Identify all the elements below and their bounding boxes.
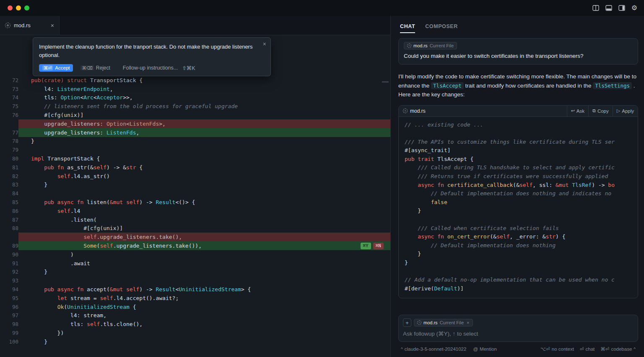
line-number: 78 — [0, 138, 18, 144]
code-line: 95 let stream = self.l4.accept().await?; — [0, 294, 390, 303]
tab-mod-rs[interactable]: mod.rs × — [0, 16, 60, 35]
pill-suffix: Current File — [430, 43, 454, 48]
assistant-response-text: I'll help modify the code to make certif… — [398, 72, 638, 99]
reject-button[interactable]: ⌘⌫ Reject — [80, 65, 110, 71]
line-number: 100 — [0, 339, 18, 345]
ask-button[interactable]: ↩ Ask — [567, 106, 588, 116]
line-number: 93 — [0, 277, 18, 284]
pill-filename: mod.rs — [423, 320, 438, 325]
followup-instructions-button[interactable]: Follow-up instructions... ⇧⌘K — [123, 65, 195, 71]
chat-input-box[interactable]: + mod.rs Current File × — [398, 315, 638, 342]
chat-submit-shortcut[interactable]: ⏎ chat — [580, 346, 595, 352]
code-block-line: } — [405, 250, 638, 259]
context-file-pill[interactable]: mod.rs Current File — [404, 42, 457, 49]
pill-suffix: Current File — [440, 320, 464, 325]
line-number: 77 — [0, 129, 18, 136]
code-line: 92 } — [0, 268, 390, 277]
accept-button[interactable]: ⌘⏎ Accept — [39, 64, 73, 72]
code-block-line: async fn certificate_callback(&self, ssl… — [405, 181, 638, 190]
line-number: 79 — [0, 147, 18, 153]
line-number: 94 — [0, 286, 18, 292]
add-context-button[interactable]: + — [403, 318, 411, 327]
code-lines: 72pub(crate) struct TransportStack {73 l… — [0, 76, 390, 346]
line-number: 99 — [0, 330, 18, 336]
code-line: 100 } — [0, 337, 390, 346]
scrollbar-mark[interactable] — [382, 81, 389, 83]
chat-panel: CHAT COMPOSER mod.rs Current File Could … — [391, 16, 644, 357]
code-line: 80impl TransportStack { — [0, 154, 390, 163]
line-number: 90 — [0, 251, 18, 258]
model-name: claude-3-5-sonnet-20241022 — [405, 347, 467, 352]
line-number: 91 — [0, 260, 18, 266]
line-number: 75 — [0, 103, 18, 109]
code-line: 86 self.l4 — [0, 207, 390, 215]
copy-button[interactable]: ⧉ Copy — [588, 106, 613, 116]
followup-kbd: ⇧⌘K — [182, 65, 195, 71]
code-line: 83 } — [0, 181, 390, 189]
accept-label: Accept — [55, 65, 70, 70]
reject-diff-badge[interactable]: ⌘N — [373, 243, 384, 249]
code-line: 73 l4: ListenerEndpoint, — [0, 85, 390, 93]
code-block-line: pub trait TlsAccept { — [405, 155, 638, 164]
rust-file-icon — [417, 321, 421, 325]
pill-close-icon[interactable]: × — [467, 320, 469, 325]
reject-kbd: ⌘⌫ — [80, 65, 93, 70]
code-line: 77 upgrade_listeners: ListenFds, — [0, 128, 390, 137]
code-line: 89 Some(self.upgrade_listeners.take()),⌘… — [0, 241, 390, 250]
codebase-shortcut[interactable]: ⌘⏎ codebase ^ — [600, 346, 636, 352]
close-window-button[interactable] — [8, 5, 13, 10]
code-line: 84 — [0, 189, 390, 198]
code-line: 75 // listeners sent from the old proces… — [0, 102, 390, 111]
tab-composer[interactable]: COMPOSER — [425, 23, 458, 33]
chevron-up-icon: ^ — [401, 347, 403, 352]
pill-filename: mod.rs — [413, 43, 428, 48]
code-line: 94 pub async fn accept(&mut self) -> Res… — [0, 285, 390, 294]
window-controls — [0, 5, 29, 10]
model-selector[interactable]: ^ claude-3-5-sonnet-20241022 — [401, 347, 466, 352]
code-line: 97 l4: stream, — [0, 311, 390, 320]
tab-close-icon[interactable]: × — [51, 22, 54, 29]
accept-diff-badge[interactable]: ⌘Y — [361, 243, 371, 249]
inline-code-chip: TlsAccept — [431, 82, 464, 89]
line-number: 84 — [0, 190, 18, 197]
code-line: 76 #[cfg(unix)] — [0, 111, 390, 119]
code-line: 81 pub fn as_str(&self) -> &str { — [0, 163, 390, 172]
apply-button[interactable]: ▷ Apply — [613, 106, 638, 116]
inline-code-chip: TlsSettings — [593, 82, 632, 89]
tab-chat[interactable]: CHAT — [400, 23, 415, 33]
code-line: 91 .await — [0, 259, 390, 268]
panel-right-icon[interactable] — [618, 5, 625, 11]
minimize-window-button[interactable] — [16, 5, 21, 10]
code-block-line: // Add a default no-op implementation th… — [405, 276, 638, 285]
split-editor-icon[interactable] — [592, 5, 599, 11]
code-block-line: /// Called when certificate selection fa… — [405, 224, 638, 233]
line-number: 96 — [0, 304, 18, 310]
chat-footer: ^ claude-3-5-sonnet-20241022 @ Mention ⌥… — [398, 342, 638, 353]
zoom-window-button[interactable] — [24, 5, 29, 10]
line-number: 87 — [0, 217, 18, 223]
settings-gear-icon[interactable]: ⚙ — [631, 5, 637, 11]
code-block-line — [405, 267, 638, 276]
line-number: 72 — [0, 77, 18, 83]
panel-bottom-icon[interactable] — [605, 5, 612, 11]
code-block-line: /// The APIs to customize things like ce… — [405, 138, 638, 147]
editor-pane: mod.rs × Implement the cleanup function … — [0, 16, 391, 357]
code-block-line: #[derive(Default)] — [405, 285, 638, 293]
followup-input[interactable] — [403, 331, 634, 337]
code-block-line: // Default implementation does nothing — [405, 241, 638, 250]
code-block-line: /// Returns true if certificates were su… — [405, 172, 638, 181]
mention-button[interactable]: @ Mention — [473, 347, 497, 352]
code-block-line: #[async_trait] — [405, 146, 638, 155]
code-line: 98 tls: self.tls.clone(), — [0, 320, 390, 329]
code-editor[interactable]: Implement the cleanup function for the t… — [0, 35, 390, 357]
no-context-shortcut[interactable]: ⌥⏎ no context — [540, 346, 574, 352]
line-number: 85 — [0, 199, 18, 205]
code-line: 99 }) — [0, 329, 390, 337]
user-message-text: Could you make it easier to switch certi… — [404, 53, 633, 59]
input-context-pill[interactable]: mod.rs Current File × — [414, 319, 473, 326]
code-block-header: mod.rs ↩ Ask ⧉ Copy ▷ — [399, 106, 638, 117]
reject-label: Reject — [96, 65, 110, 71]
popup-close-icon[interactable]: × — [263, 41, 266, 47]
line-number: 73 — [0, 86, 18, 92]
line-number: 74 — [0, 94, 18, 101]
